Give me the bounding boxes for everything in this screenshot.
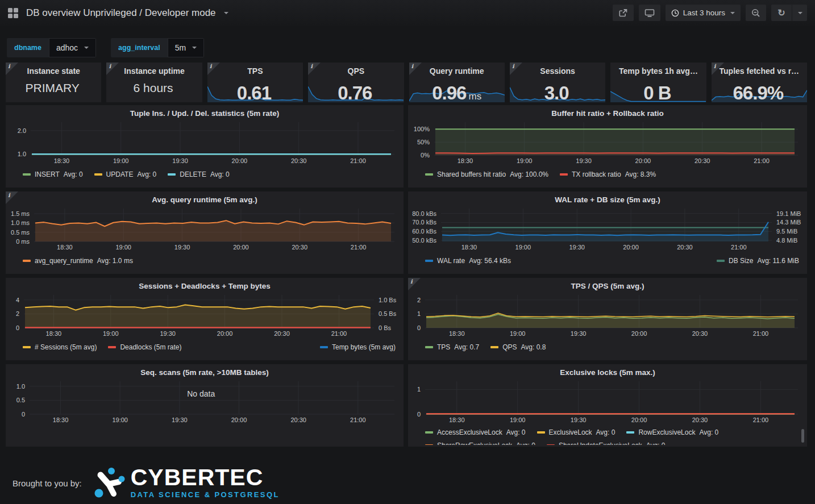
graph-panel-wal-rate-db-size[interactable]: i WAL rate + DB size (5m avg.) 80.0 kBs7… (408, 191, 807, 274)
panel-title[interactable]: Buffer hit ratio + Rollback ratio (408, 109, 807, 118)
variable-agg-interval-select[interactable]: 5m (168, 38, 204, 57)
legend-series-name[interactable]: AccessExclusiveLock (437, 428, 502, 437)
panel-info-icon[interactable]: i (308, 63, 321, 75)
y2-axis-tick: 0.5 Bs (379, 310, 396, 318)
legend-series-name[interactable]: ShareRowExclusiveLock (437, 441, 512, 445)
graph-panel-exclusive-locks[interactable]: i Exclusive locks (5m max.) 1018:3019:00… (408, 364, 807, 447)
y-axis-tick: 50% (408, 139, 430, 146)
y-axis-tick: 0 (6, 324, 19, 332)
graph-panel-avg-query-runtime[interactable]: i Avg. query runtime (5m avg.) 1.5 ms1.0… (6, 191, 404, 274)
legend-series-name[interactable]: ExclusiveLock (549, 428, 592, 437)
legend: Shared buffers hit ratioAvg: 100.0%TX ro… (425, 170, 656, 179)
legend-series-name[interactable]: INSERT (35, 170, 60, 179)
panel-info-icon[interactable]: i (409, 63, 422, 75)
legend-series-name[interactable]: DELETE (180, 170, 206, 179)
panel-title[interactable]: Avg. query runtime (5m avg.) (6, 195, 404, 204)
stat-panel-qps[interactable]: i QPS 0.76 (308, 63, 404, 102)
legend-series-avg: Avg: 8.3% (625, 170, 656, 179)
legend-series-name[interactable]: Temp bytes (5m avg) (332, 343, 396, 352)
legend-item: Shared buffers hit ratioAvg: 100.0% (425, 170, 548, 179)
legend-series-swatch (626, 431, 634, 434)
legend-series-name[interactable]: QPS (502, 343, 517, 352)
legend-series-name[interactable]: RowExclusiveLock (638, 428, 695, 437)
graph-panel-tuple-statistics[interactable]: i Tuple Ins. / Upd. / Del. statistics (5… (6, 105, 404, 188)
x-axis-tick: 20:30 (291, 157, 307, 165)
stat-panel-instance-state[interactable]: i Instance state PRIMARY (6, 63, 101, 102)
stat-panel-tuples-fetched[interactable]: i Tuples fetched vs r… 66.9% (712, 63, 807, 102)
legend-item: avg_query_runtimeAvg: 1.0 ms (23, 256, 133, 265)
stat-value: 6 hours (134, 81, 173, 94)
graph-panel-buffer-hit-ratio[interactable]: i Buffer hit ratio + Rollback ratio 100%… (408, 105, 807, 188)
legend-series-swatch (537, 431, 545, 434)
panel-info-icon[interactable]: i (510, 63, 522, 75)
refresh-button[interactable]: ↻ (771, 5, 792, 21)
x-axis-tick: 20:30 (692, 330, 708, 338)
tv-mode-button[interactable] (639, 5, 660, 21)
legend-series-name[interactable]: # Sessions (5m avg) (35, 343, 97, 352)
graph-panel-sessions-deadlocks[interactable]: i Sessions + Deadlocks + Temp bytes 4201… (6, 278, 404, 360)
dashboard-grid-icon[interactable] (7, 7, 19, 19)
legend: INSERTAvg: 0UPDATEAvg: 0DELETEAvg: 0 (23, 170, 230, 179)
panel-info-icon[interactable]: i (6, 63, 18, 75)
stat-title: Tuples fetched vs r… (712, 66, 807, 76)
legend-series-name[interactable]: Shared buffers hit ratio (437, 170, 506, 179)
panel-title[interactable]: Tuple Ins. / Upd. / Del. statistics (5m … (6, 109, 404, 118)
legend-series-name[interactable]: TPS (437, 343, 450, 352)
stat-title: Instance uptime (106, 66, 202, 76)
panel-title[interactable]: Seq. scans (5m rate, >10MB tables) (6, 368, 404, 377)
stat-value: 3.0 (544, 82, 569, 102)
panel-info-icon[interactable]: i (207, 63, 220, 75)
legend-item: WAL rateAvg: 56.4 kBs (425, 256, 511, 265)
legend-series-name[interactable]: UPDATE (106, 170, 134, 179)
refresh-interval-dropdown[interactable] (792, 5, 807, 21)
legend-series-swatch (94, 173, 102, 176)
legend-series-name[interactable]: avg_query_runtime (35, 256, 93, 265)
stat-panel-temp-bytes[interactable]: i Temp bytes 1h avg… 0 B (610, 63, 706, 102)
legend-series-name[interactable]: TX rollback ratio (572, 170, 621, 179)
panel-title[interactable]: TPS / QPS (5m avg.) (408, 282, 807, 290)
stat-title: QPS (308, 66, 404, 76)
x-axis-tick: 21:00 (731, 244, 747, 251)
caret-down-icon[interactable] (224, 12, 228, 14)
legend-right: Temp bytes (5m avg) (320, 343, 396, 352)
legend-series-swatch (425, 260, 433, 262)
variable-dbname-select[interactable]: adhoc (49, 38, 96, 57)
panel-info-icon[interactable]: i (712, 63, 724, 75)
legend-right: DB SizeAvg: 11.6 MiB (717, 256, 799, 265)
panel-title[interactable]: Exclusive locks (5m max.) (408, 368, 807, 377)
panel-title[interactable]: Sessions + Deadlocks + Temp bytes (6, 282, 404, 290)
x-axis-tick: 19:00 (115, 244, 131, 251)
legend-series-avg: Avg: 0 (699, 428, 718, 437)
x-axis-tick: 21:00 (753, 330, 769, 338)
legend-series-name[interactable]: WAL rate (437, 256, 465, 265)
y-axis-tick: 4 (6, 297, 19, 304)
graph-panel-seq-scans[interactable]: i Seq. scans (5m rate, >10MB tables) 1.0… (6, 364, 404, 447)
legend-series-name[interactable]: DB Size (729, 256, 753, 265)
y-axis-tick: 0.5 (6, 397, 25, 404)
time-range-picker[interactable]: Last 3 hours (666, 5, 741, 21)
legend-item: # Sessions (5m avg) (23, 343, 97, 352)
share-button[interactable] (613, 5, 634, 21)
stat-panel-sessions[interactable]: i Sessions 3.0 (510, 63, 605, 102)
zoom-out-button[interactable] (746, 5, 766, 21)
legend-series-name[interactable]: ShareUpdateExclusiveLock (559, 441, 642, 445)
x-axis-tick: 21:00 (754, 157, 770, 165)
dashboard-title[interactable]: DB overview Unprivileged / Developer mod… (26, 7, 216, 19)
panel-info-icon[interactable]: i (106, 63, 119, 75)
stat-panel-tps[interactable]: i TPS 0.61 (207, 63, 303, 102)
variable-dbname-value: adhoc (56, 43, 78, 52)
graph-panel-tps-qps[interactable]: i TPS / QPS (5m avg.) 21018:3019:0019:30… (408, 278, 807, 360)
y-axis-tick: 60.0 kBs (408, 228, 436, 235)
stat-panel-instance-uptime[interactable]: i Instance uptime 6 hours (106, 63, 202, 102)
panel-info-icon[interactable]: i (408, 278, 421, 290)
variable-dbname: dbname adhoc (7, 38, 96, 57)
panel-info-icon[interactable]: i (6, 191, 18, 204)
legend-series-avg: Avg: 0 (516, 441, 535, 445)
legend-item: QPSAvg: 0.8 (490, 343, 546, 352)
legend-series-name[interactable]: Deadlocks (5m rate) (120, 343, 181, 352)
logo-subtitle: DATA SCIENCE & POSTGRESQL (131, 490, 280, 499)
legend-series-swatch (425, 346, 433, 348)
stat-panel-query-runtime[interactable]: i Query runtime 0.96ms (409, 63, 505, 102)
legend-scrollbar[interactable] (801, 429, 804, 443)
panel-title[interactable]: WAL rate + DB size (5m avg.) (408, 195, 807, 204)
